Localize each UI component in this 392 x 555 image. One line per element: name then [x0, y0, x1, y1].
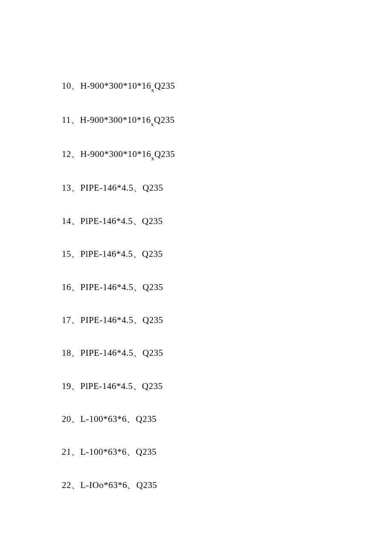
item-text-a: H-900*300*10*16	[81, 149, 151, 159]
item-number: 12	[62, 149, 71, 159]
item-text-a: PIPE-146*4.5、Q235	[81, 315, 164, 325]
item-number: 11	[62, 115, 71, 125]
item-text-b: Q235	[154, 115, 175, 125]
list-item: 14、PlPE-146*4.5、Q235	[62, 215, 392, 227]
separator: 、	[71, 249, 81, 259]
list-item: 19、PlPE-146*4.5、Q235	[62, 380, 392, 392]
separator: 、	[71, 381, 81, 391]
separator: 、	[71, 414, 81, 424]
document-body: 10、H-900*300*10*16xQ23511、H-900*300*10*1…	[62, 80, 392, 491]
list-item: 17、PIPE-146*4.5、Q235	[62, 314, 392, 326]
separator: 、	[71, 480, 81, 490]
item-text-a: H-900*300*10*16	[80, 115, 151, 125]
item-number: 13	[62, 183, 71, 193]
item-number: 22	[62, 480, 71, 490]
separator: 、	[71, 447, 81, 457]
item-number: 10	[62, 81, 71, 91]
list-item: 21、L-100*63*6、Q235	[62, 446, 392, 458]
separator: 、	[71, 282, 81, 292]
item-text-a: L-100*63*6、Q235	[81, 414, 157, 424]
item-number: 15	[62, 249, 71, 259]
item-text-a: PlPE-146*4.5、Q235	[81, 249, 163, 259]
item-subscript: x	[151, 155, 155, 162]
separator: 、	[71, 115, 80, 125]
item-number: 20	[62, 414, 71, 424]
list-item: 10、H-900*300*10*16xQ235	[62, 80, 392, 93]
list-item: 18、PIPE-146*4.5、Q235	[62, 347, 392, 359]
item-text-a: PIPE-146*4.5、Q235	[81, 183, 164, 193]
item-text-b: Q235	[154, 81, 175, 91]
item-text-a: L-100*63*6、Q235	[81, 447, 157, 457]
separator: 、	[71, 81, 81, 91]
list-item: 15、PlPE-146*4.5、Q235	[62, 248, 392, 260]
item-number: 17	[62, 315, 71, 325]
item-number: 16	[62, 282, 71, 292]
list-item: 20、L-100*63*6、Q235	[62, 413, 392, 425]
list-item: 13、PIPE-146*4.5、Q235	[62, 182, 392, 194]
separator: 、	[71, 348, 81, 358]
item-number: 19	[62, 381, 71, 391]
separator: 、	[71, 315, 81, 325]
list-item: 22、L-IOo*63*6、Q235	[62, 479, 392, 491]
item-subscript: x	[151, 121, 154, 128]
separator: 、	[71, 149, 81, 159]
separator: 、	[71, 216, 81, 226]
item-text-a: H-900*300*10*16	[81, 81, 151, 91]
item-text-a: PlPE-146*4.5、Q235	[81, 381, 163, 391]
separator: 、	[71, 183, 81, 193]
item-number: 14	[62, 216, 71, 226]
item-number: 21	[62, 447, 71, 457]
item-text-a: L-IOo*63*6、Q235	[81, 480, 157, 490]
item-number: 18	[62, 348, 71, 358]
item-text-a: PlPE-146*4.5、Q235	[81, 216, 163, 226]
list-item: 16、PIPE-146*4.5、Q235	[62, 281, 392, 293]
item-text-b: Q235	[154, 149, 175, 159]
list-item: 11、H-900*300*10*16xQ235	[62, 114, 392, 128]
item-text-a: PIPE-146*4.5、Q235	[81, 348, 164, 358]
list-item: 12、H-900*300*10*16xQ235	[62, 148, 392, 162]
item-text-a: PIPE-146*4.5、Q235	[81, 282, 164, 292]
item-subscript: x	[151, 87, 155, 93]
